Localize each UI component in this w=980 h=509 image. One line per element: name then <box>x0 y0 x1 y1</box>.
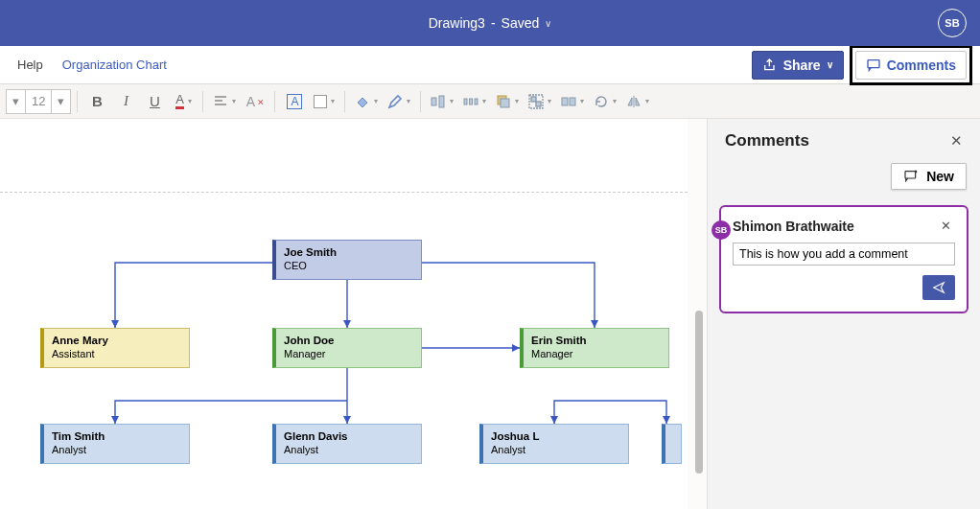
font-size-control[interactable]: ▾ 12 ▾ <box>6 89 71 114</box>
underline-icon: U <box>150 93 160 109</box>
chevron-down-icon: ▾ <box>331 97 335 105</box>
comments-button[interactable]: Comments <box>855 51 967 80</box>
svg-rect-0 <box>868 59 879 67</box>
arrange-button[interactable]: ▾ <box>492 88 523 115</box>
chevron-down-icon: ▾ <box>374 97 378 105</box>
svg-rect-11 <box>562 98 568 105</box>
text-box-icon: A <box>287 94 302 109</box>
clear-format-button[interactable]: A⨯ <box>242 88 268 115</box>
align-objects-icon <box>431 94 446 109</box>
send-icon <box>931 281 946 294</box>
font-color-button[interactable]: A▾ <box>170 88 197 115</box>
node-name: Glenn Davis <box>284 430 413 442</box>
org-node-asst[interactable]: Anne MaryAssistant <box>40 328 190 368</box>
new-comment-button[interactable]: New <box>891 163 967 190</box>
svg-rect-2 <box>439 96 444 107</box>
distribute-icon <box>463 94 478 109</box>
shape-fill-button[interactable]: ▾ <box>351 88 382 115</box>
vertical-scrollbar[interactable] <box>695 311 703 474</box>
svg-rect-12 <box>570 98 575 105</box>
account-avatar[interactable]: SB <box>938 9 967 37</box>
share-button[interactable]: Share ∨ <box>752 51 844 80</box>
send-comment-button[interactable] <box>922 275 955 300</box>
org-node-a2[interactable]: Glenn DavisAnalyst <box>272 424 422 464</box>
comment-card: SB Shimon Brathwaite ✕ <box>719 205 968 313</box>
share-label: Share <box>783 58 821 73</box>
svg-rect-7 <box>501 99 509 107</box>
svg-rect-10 <box>536 102 541 106</box>
tab-help[interactable]: Help <box>8 46 53 83</box>
arrange-icon <box>496 94 511 109</box>
comment-author: Shimon Brathwaite <box>733 219 937 234</box>
tab-organization-chart[interactable]: Organization Chart <box>53 46 176 83</box>
title-separator: - <box>491 15 496 31</box>
node-name: Joe Smith <box>284 246 413 258</box>
text-box-button[interactable]: A <box>281 88 308 115</box>
underline-button[interactable]: U <box>141 88 168 115</box>
group-icon <box>528 94 544 109</box>
close-icon: ✕ <box>950 132 963 149</box>
node-role: Manager <box>284 348 413 359</box>
align-objects-button[interactable]: ▾ <box>427 88 457 115</box>
svg-rect-1 <box>432 98 436 105</box>
distribute-button[interactable]: ▾ <box>459 88 490 115</box>
comments-button-highlight: Comments <box>850 45 972 85</box>
node-name: Anne Mary <box>52 335 181 346</box>
svg-rect-5 <box>475 99 478 104</box>
bold-button[interactable]: B <box>83 88 110 115</box>
save-status: Saved <box>502 15 540 31</box>
line-color-button[interactable]: ▾ <box>384 88 414 115</box>
svg-rect-13 <box>905 172 916 178</box>
comments-label: Comments <box>887 58 956 73</box>
fill-color-button[interactable]: ▾ <box>310 88 338 115</box>
window-title[interactable]: Drawing3 - Saved ∨ <box>429 15 552 31</box>
align-button[interactable]: ▾ <box>209 88 240 115</box>
node-name: Joshua L <box>491 430 620 442</box>
chevron-down-icon: ▾ <box>548 97 551 105</box>
rotate-button[interactable]: ▾ <box>590 88 620 115</box>
italic-button[interactable]: I <box>112 88 139 115</box>
chevron-down-icon: ▾ <box>515 97 519 105</box>
node-role: Analyst <box>52 444 181 455</box>
avatar-initials: SB <box>945 17 959 29</box>
align-left-icon <box>213 94 228 109</box>
comment-author-badge: SB <box>712 220 731 240</box>
org-node-a4[interactable] <box>662 424 682 464</box>
comment-input[interactable] <box>733 243 955 266</box>
org-node-a1[interactable]: Tim SmithAnalyst <box>40 424 190 464</box>
chevron-down-icon: ▾ <box>58 94 64 108</box>
doc-name: Drawing3 <box>429 15 485 31</box>
node-role: Assistant <box>52 348 181 359</box>
share-icon <box>762 58 778 73</box>
comments-panel: Comments ✕ New SB Shimon Brathwaite ✕ <box>707 119 980 509</box>
font-size-value: 12 <box>32 94 45 108</box>
chevron-down-icon: ▾ <box>580 97 584 105</box>
ribbon-tabs: Help Organization Chart Share ∨ Comments <box>0 46 980 84</box>
flip-button[interactable]: ▾ <box>622 88 653 115</box>
org-node-mgr1[interactable]: John DoeManager <box>272 328 422 368</box>
chevron-down-icon: ▾ <box>450 97 454 105</box>
paint-bucket-icon <box>355 94 370 109</box>
org-node-a3[interactable]: Joshua LAnalyst <box>479 424 629 464</box>
node-name: Erin Smith <box>531 335 661 346</box>
org-node-ceo[interactable]: Joe SmithCEO <box>272 240 422 280</box>
rotate-icon <box>594 94 609 109</box>
chevron-down-icon: ▾ <box>12 94 19 108</box>
close-panel-button[interactable]: ✕ <box>946 128 967 153</box>
bold-icon: B <box>92 93 103 109</box>
flip-icon <box>626 94 642 109</box>
badge-initials: SB <box>715 225 728 235</box>
chevron-down-icon: ▾ <box>482 97 486 105</box>
ungroup-button[interactable]: ▾ <box>557 88 588 115</box>
ungroup-icon <box>561 94 576 109</box>
workspace: Joe SmithCEOAnne MaryAssistantJohn DoeMa… <box>0 119 980 509</box>
canvas[interactable]: Joe SmithCEOAnne MaryAssistantJohn DoeMa… <box>0 119 707 509</box>
org-node-mgr2[interactable]: Erin SmithManager <box>520 328 669 368</box>
chevron-down-icon: ▾ <box>232 97 236 105</box>
svg-rect-9 <box>531 97 536 102</box>
group-button[interactable]: ▾ <box>525 88 555 115</box>
close-comment-button[interactable]: ✕ <box>937 217 955 235</box>
formatting-toolbar: ▾ 12 ▾ B I U A▾ ▾ A⨯ A ▾ ▾ ▾ ▾ ▾ ▾ ▾ ▾ ▾… <box>0 84 980 119</box>
chevron-down-icon: ▾ <box>188 97 192 105</box>
node-role: Analyst <box>491 444 620 455</box>
